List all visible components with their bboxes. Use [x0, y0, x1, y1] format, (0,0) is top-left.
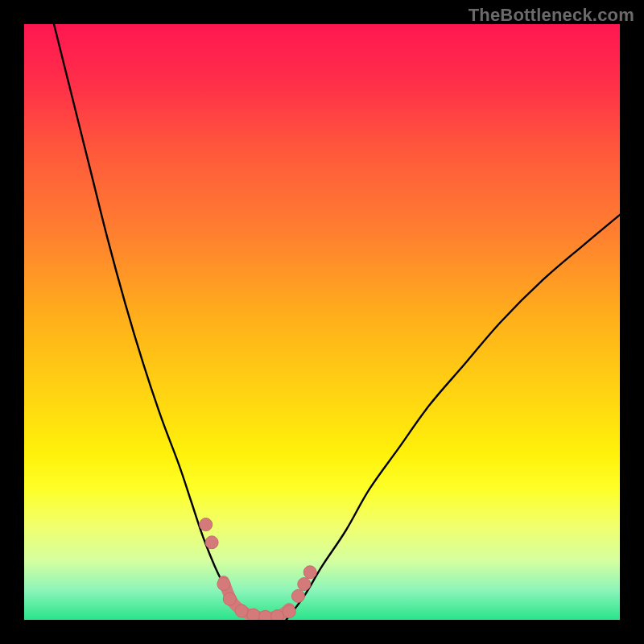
- data-marker: [291, 589, 304, 602]
- data-marker: [247, 609, 260, 620]
- data-marker: [303, 566, 316, 579]
- plot-area: [24, 24, 620, 620]
- data-marker: [235, 605, 248, 617]
- data-marker: [271, 610, 284, 620]
- data-marker: [283, 605, 295, 618]
- curve-layer: [24, 24, 620, 620]
- data-marker: [298, 578, 311, 591]
- curve-left: [54, 24, 250, 620]
- curve-right: [287, 215, 620, 620]
- data-marker: [223, 592, 236, 605]
- data-marker: [205, 536, 218, 549]
- data-marker: [259, 610, 272, 620]
- data-marker: [217, 578, 230, 591]
- watermark-text: TheBottleneck.com: [469, 5, 634, 26]
- data-marker: [200, 518, 213, 531]
- chart-frame: TheBottleneck.com: [0, 0, 644, 644]
